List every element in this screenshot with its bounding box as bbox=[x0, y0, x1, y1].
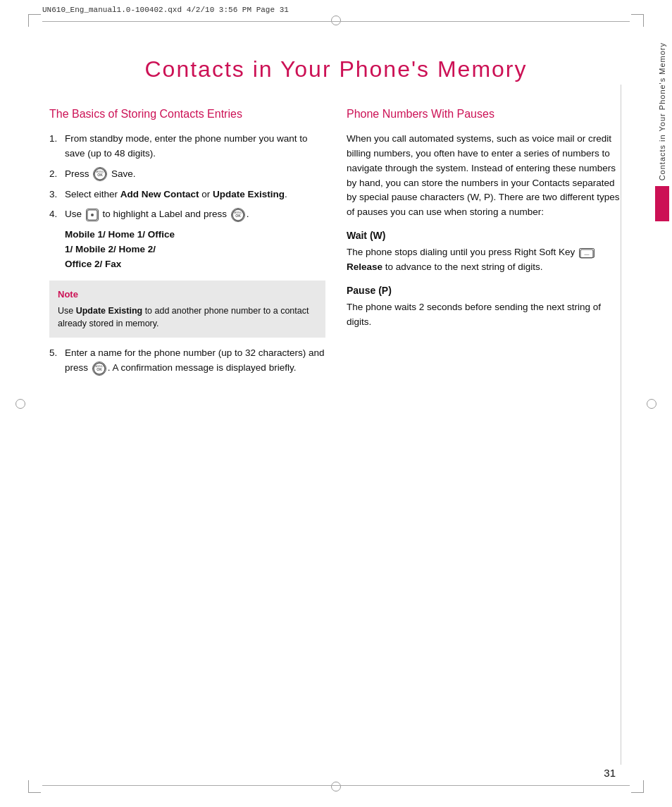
step-2-text: Press MENUOK Save. bbox=[65, 167, 325, 182]
svg-text:OK: OK bbox=[235, 214, 241, 218]
step-5-text: Enter a name for the phone number (up to… bbox=[65, 346, 325, 376]
pause-subheading: Pause (P) bbox=[347, 285, 623, 296]
right-section-heading: Phone Numbers With Pauses bbox=[347, 107, 623, 122]
step-1-text: From standby mode, enter the phone numbe… bbox=[65, 132, 325, 161]
step-5-num: 5. bbox=[49, 346, 62, 361]
svg-point-4 bbox=[91, 214, 94, 216]
note-box: Note Use Update Existing to add another … bbox=[49, 281, 325, 338]
reg-mark-br bbox=[631, 780, 644, 793]
top-divider-line bbox=[42, 21, 630, 22]
reg-circle-left bbox=[15, 399, 25, 409]
step-2-num: 2. bbox=[49, 167, 62, 182]
nav-icon bbox=[86, 209, 99, 221]
step-3-num: 3. bbox=[49, 187, 62, 202]
wait-text: The phone stops dialing until you press … bbox=[347, 245, 623, 275]
reg-mark-tr bbox=[631, 14, 644, 27]
pause-text: The phone waits 2 seconds before sending… bbox=[347, 300, 623, 330]
svg-text:OK: OK bbox=[98, 173, 104, 177]
content-area: Contacts in Your Phone's Memory The Basi… bbox=[49, 35, 623, 772]
note-text: Use Update Existing to add another phone… bbox=[58, 306, 309, 329]
release-label: Release bbox=[347, 261, 382, 272]
wait-subheading: Wait (W) bbox=[347, 230, 623, 241]
menu-ok-icon-2: MENUOK bbox=[93, 167, 107, 181]
reg-mark-bl bbox=[28, 780, 41, 793]
right-column: Phone Numbers With Pauses When you call … bbox=[347, 107, 623, 381]
svg-text:—: — bbox=[584, 252, 589, 257]
step-5: 5. Enter a name for the phone number (up… bbox=[49, 346, 325, 376]
steps-list: 1. From standby mode, enter the phone nu… bbox=[49, 132, 325, 223]
reg-circle-bottom bbox=[331, 782, 341, 791]
menu-ok-icon-5: MENUOK bbox=[92, 362, 106, 376]
bottom-divider-line bbox=[42, 785, 630, 786]
step-3-text: Select either Add New Contact or Update … bbox=[65, 187, 325, 202]
reg-circle-top bbox=[331, 16, 341, 25]
note-update-existing: Update Existing bbox=[76, 306, 142, 316]
note-title: Note bbox=[58, 288, 317, 302]
svg-text:OK: OK bbox=[97, 367, 102, 371]
page-title: Contacts in Your Phone's Memory bbox=[49, 56, 623, 82]
step-4-num: 4. bbox=[49, 207, 62, 222]
menu-ok-icon-4: MENUOK bbox=[231, 208, 245, 222]
step-4-text: Use to highlight a Label and press MENUO… bbox=[65, 207, 325, 222]
sidebar-label: Contacts in Your Phone's Memory bbox=[658, 42, 666, 180]
reg-mark-tl bbox=[28, 14, 41, 27]
step-3: 3. Select either Add New Contact or Upda… bbox=[49, 187, 325, 202]
step-4: 4. Use to highlight a Label and press ME… bbox=[49, 207, 325, 222]
sidebar-text-area: Contacts in Your Phone's Memory bbox=[652, 42, 672, 765]
update-existing-label: Update Existing bbox=[213, 189, 285, 199]
soft-key-icon: — bbox=[579, 248, 595, 258]
two-column-layout: The Basics of Storing Contacts Entries 1… bbox=[49, 107, 623, 381]
add-new-contact-label: Add New Contact bbox=[120, 189, 199, 199]
step-5-list: 5. Enter a name for the phone number (up… bbox=[49, 346, 325, 376]
file-info: UN610_Eng_manual1.0-100402.qxd 4/2/10 3:… bbox=[42, 6, 289, 14]
left-column: The Basics of Storing Contacts Entries 1… bbox=[49, 107, 325, 381]
page-number: 31 bbox=[604, 767, 616, 779]
file-header: UN610_Eng_manual1.0-100402.qxd 4/2/10 3:… bbox=[42, 6, 630, 14]
left-section-heading: The Basics of Storing Contacts Entries bbox=[49, 107, 325, 122]
page-container: UN610_Eng_manual1.0-100402.qxd 4/2/10 3:… bbox=[0, 0, 672, 807]
labels-block: Mobile 1/ Home 1/ Office 1/ Mobile 2/ Ho… bbox=[65, 228, 325, 272]
right-intro-text: When you call automated systems, such as… bbox=[347, 132, 623, 221]
step-1-num: 1. bbox=[49, 132, 62, 147]
step-1: 1. From standby mode, enter the phone nu… bbox=[49, 132, 325, 161]
sidebar-bar bbox=[655, 186, 669, 221]
step-2: 2. Press MENUOK Save. bbox=[49, 167, 325, 182]
